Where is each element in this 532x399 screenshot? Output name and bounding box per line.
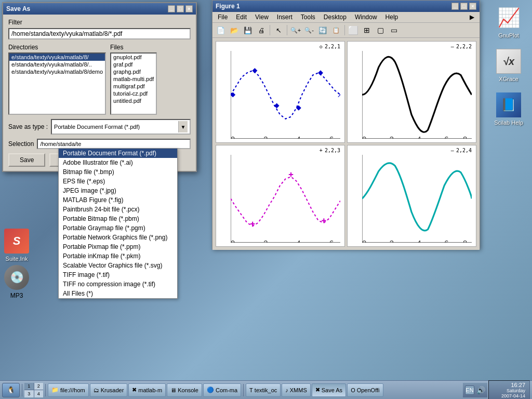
saveas-body: Filter Directories e/standa/texty/vyuka/… xyxy=(3,15,196,171)
taskbar-item-file-manager[interactable]: 📁 file:///hom xyxy=(48,383,89,397)
taskbar-item-saveas[interactable]: ✖ Save As xyxy=(312,383,346,397)
plot-svg-3: 0 2 4 6 -2 -1 0 1 2 xyxy=(231,155,340,243)
saveas-dirs-panel[interactable]: e/standa/texty/vyuka/matlab/8/ e/standa/… xyxy=(8,52,106,115)
tray-icon-volume[interactable]: 🔊 xyxy=(476,385,485,395)
figure-menu-tools[interactable]: Tools xyxy=(299,13,317,21)
dropdown-item-8[interactable]: Portable Graymap file (*.pgm) xyxy=(59,223,177,233)
dropdown-item-5[interactable]: MATLAB Figure (*.fig) xyxy=(59,195,177,205)
taskbar-item-konsole[interactable]: 🖥 Konsole xyxy=(167,383,202,397)
toolbar-pan-btn[interactable]: 🔄 xyxy=(316,24,329,36)
saveas-type-select[interactable]: Portable Document Format (*.pdf) ▼ xyxy=(51,119,191,135)
toolbar-arrow-btn[interactable]: ↖ xyxy=(272,24,285,36)
toolbar-box-btn[interactable]: ▢ xyxy=(374,24,387,36)
saveas-maximize-btn[interactable]: □ xyxy=(177,5,184,12)
plot-label-1: ◇ 2,2,1 xyxy=(320,44,340,49)
figure-maximize-btn[interactable]: □ xyxy=(460,3,468,10)
plot3-icon: + xyxy=(320,148,323,153)
toolbar-grid-btn[interactable]: ⬜ xyxy=(347,24,360,36)
toolbar-open-btn[interactable]: 📂 xyxy=(228,24,241,36)
openofi-icon: O xyxy=(351,387,355,393)
file-item-1[interactable]: graf.pdf xyxy=(111,61,156,68)
figure-menu-view[interactable]: View xyxy=(253,13,271,21)
dropdown-item-11[interactable]: Portable inKmap file (*.pkm) xyxy=(59,251,177,261)
xgrace-desktop-icon[interactable]: √x XGrace xyxy=(490,49,527,82)
plot4-icon: — xyxy=(451,148,454,153)
pager-cell-2[interactable]: 2 xyxy=(34,383,44,390)
tray-icon-kb[interactable]: EN xyxy=(465,385,474,395)
pager-cell-4[interactable]: 4 xyxy=(34,390,44,397)
toolbar-save-btn[interactable]: 💾 xyxy=(242,24,254,36)
dir-item-0[interactable]: e/standa/texty/vyuka/matlab/8/ xyxy=(9,54,105,61)
textik-icon: T xyxy=(249,387,253,393)
saveas-selection-input[interactable] xyxy=(37,139,191,149)
file-item-6[interactable]: untitled.pdf xyxy=(111,97,156,104)
dropdown-item-0[interactable]: Portable Document Format (*.pdf) xyxy=(59,149,177,158)
taskbar-item-krusader[interactable]: 🗂 Krusader xyxy=(90,383,128,397)
svg-text:0: 0 xyxy=(362,135,366,139)
svg-text:4: 4 xyxy=(417,239,421,243)
figure-menu-desktop[interactable]: Desktop xyxy=(322,13,349,21)
taskbar-item-comm[interactable]: 🔵 Com-ma xyxy=(203,383,241,397)
dropdown-item-12[interactable]: Scalable Vector Graphics file (*.svg) xyxy=(59,261,177,270)
plot-2-2-4: — 2,2,4 0 2 4 6 8 -2 -1 0 1 2 xyxy=(347,145,476,247)
saveas-files-panel[interactable]: gnuplot.pdf graf.pdf graphg.pdf matlab-m… xyxy=(110,52,157,115)
file-item-4[interactable]: multigraf.pdf xyxy=(111,83,156,90)
taskbar-item-textik[interactable]: T textik_oc xyxy=(246,383,281,397)
file-item-0[interactable]: gnuplot.pdf xyxy=(111,54,156,61)
dropdown-item-10[interactable]: Portable Pixmap file (*.ppm) xyxy=(59,242,177,251)
dropdown-item-14[interactable]: TIFF no compression image (*.tif) xyxy=(59,280,177,289)
taskbar-sep-3 xyxy=(243,384,244,396)
suite-ink-desktop-icon[interactable]: S Suite.Ink xyxy=(4,229,29,262)
saveas-close-btn[interactable]: × xyxy=(185,5,193,12)
figure-menu-file[interactable]: File xyxy=(216,13,230,21)
dropdown-arrow-icon: ▼ xyxy=(178,121,188,132)
figure-close-btn[interactable]: × xyxy=(469,3,476,10)
dropdown-item-6[interactable]: Paintbrush 24-bit file (*.pcx) xyxy=(59,205,177,214)
file-item-3[interactable]: matlab-multi.pdf xyxy=(111,75,156,83)
dropdown-item-7[interactable]: Portable Bitmap file (*.pbm) xyxy=(59,214,177,223)
dropdown-item-4[interactable]: JPEG image (*.jpg) xyxy=(59,186,177,195)
dir-item-1[interactable]: e/standa/texty/vyuka/matlab/8/.. xyxy=(9,61,105,68)
saveas-titlebar: Save As _ □ × xyxy=(3,3,196,15)
saveas-save-button[interactable]: Save xyxy=(8,153,45,167)
taskbar-item-matlab[interactable]: ✖ matlab-m xyxy=(128,383,166,397)
figure-menu-insert[interactable]: Insert xyxy=(275,13,295,21)
file-item-5[interactable]: tutorial-cz.pdf xyxy=(111,90,156,97)
pager-cell-1[interactable]: 1 xyxy=(24,383,34,390)
file-manager-label: file:///hom xyxy=(60,387,85,393)
toolbar-grid2-btn[interactable]: ⊞ xyxy=(361,24,373,36)
dropdown-item-3[interactable]: EPS file (*.eps) xyxy=(59,177,177,186)
toolbar-data-btn[interactable]: 📋 xyxy=(330,24,342,36)
dropdown-item-9[interactable]: Portable Network Graphics file (*.png) xyxy=(59,233,177,242)
toolbar-zoomout-btn[interactable]: 🔍- xyxy=(303,24,315,36)
saveas-filter-input[interactable] xyxy=(8,28,191,39)
scilab-desktop-icon[interactable]: 📘 Scilab Help xyxy=(490,92,527,126)
figure-menubar: File Edit View Insert Tools Desktop Wind… xyxy=(212,12,480,23)
dropdown-item-15[interactable]: All Files (*) xyxy=(59,289,177,298)
svg-text:4: 4 xyxy=(417,135,421,139)
figure-menu-window[interactable]: Window xyxy=(353,13,379,21)
figure-menu-edit[interactable]: Edit xyxy=(234,13,249,21)
start-button[interactable]: 🐧 xyxy=(2,383,20,397)
dropdown-item-13[interactable]: TIFF image (*.tif) xyxy=(59,270,177,280)
toolbar-new-btn[interactable]: 📄 xyxy=(215,24,227,36)
figure-minimize-btn[interactable]: _ xyxy=(451,3,459,10)
mp3-desktop-icon[interactable]: 💿 MP3 xyxy=(4,265,29,299)
dropdown-item-2[interactable]: Bitmap file (*.bmp) xyxy=(59,167,177,177)
plot-label-4: — 2,2,4 xyxy=(451,148,472,153)
taskbar-pager[interactable]: 1 2 3 4 xyxy=(24,383,43,397)
file-item-2[interactable]: graphg.pdf xyxy=(111,68,156,75)
pager-cell-3[interactable]: 3 xyxy=(24,390,34,397)
toolbar-zoomin-btn[interactable]: 🔍+ xyxy=(289,24,302,36)
dir-item-2[interactable]: e/standa/texty/vyuka/matlab/8/demo xyxy=(9,68,105,75)
toolbar-wide-btn[interactable]: ▭ xyxy=(388,24,400,36)
saveas-panels: Directories e/standa/texty/vyuka/matlab/… xyxy=(8,44,191,115)
toolbar-print-btn[interactable]: 🖨 xyxy=(255,24,268,36)
taskbar-item-xmms[interactable]: ♪ XMMS xyxy=(282,383,311,397)
taskbar-item-openofi[interactable]: O OpenOffi xyxy=(347,383,383,397)
dropdown-item-1[interactable]: Adobe Illustrator file (*.ai) xyxy=(59,158,177,167)
taskbar: 🐧 1 2 3 4 📁 file:///hom 🗂 Krusader ✖ mat… xyxy=(0,380,532,399)
gnuplot-desktop-icon[interactable]: 📈 GnuPlot xyxy=(490,5,527,38)
figure-menu-help[interactable]: Help xyxy=(383,13,401,21)
saveas-minimize-btn[interactable]: _ xyxy=(168,5,175,12)
